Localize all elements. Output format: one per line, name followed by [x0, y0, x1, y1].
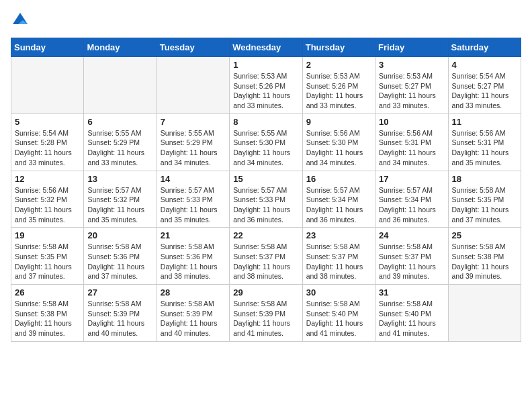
day-info: Sunrise: 5:58 AM Sunset: 5:37 PM Dayligh… [233, 242, 298, 281]
week-row-5: 26Sunrise: 5:58 AM Sunset: 5:38 PM Dayli… [11, 285, 521, 342]
day-number: 3 [379, 60, 444, 70]
day-info: Sunrise: 5:57 AM Sunset: 5:34 PM Dayligh… [379, 185, 444, 225]
day-number: 30 [306, 287, 371, 298]
calendar-cell [448, 285, 521, 342]
day-info: Sunrise: 5:53 AM Sunset: 5:27 PM Dayligh… [379, 71, 444, 111]
day-info: Sunrise: 5:58 AM Sunset: 5:39 PM Dayligh… [87, 299, 152, 338]
calendar-cell [157, 57, 229, 114]
page-header [11, 11, 521, 30]
day-info: Sunrise: 5:58 AM Sunset: 5:36 PM Dayligh… [87, 242, 152, 281]
calendar-cell: 19Sunrise: 5:58 AM Sunset: 5:35 PM Dayli… [11, 228, 84, 285]
day-number: 10 [379, 117, 444, 127]
calendar-cell: 1Sunrise: 5:53 AM Sunset: 5:26 PM Daylig… [230, 57, 302, 114]
day-info: Sunrise: 5:58 AM Sunset: 5:38 PM Dayligh… [15, 299, 80, 338]
calendar-cell: 27Sunrise: 5:58 AM Sunset: 5:39 PM Dayli… [84, 285, 157, 342]
calendar-cell: 24Sunrise: 5:58 AM Sunset: 5:37 PM Dayli… [375, 228, 448, 285]
day-number: 16 [306, 174, 371, 184]
day-info: Sunrise: 5:55 AM Sunset: 5:29 PM Dayligh… [161, 128, 226, 168]
day-info: Sunrise: 5:56 AM Sunset: 5:30 PM Dayligh… [306, 128, 371, 168]
calendar-cell: 23Sunrise: 5:58 AM Sunset: 5:37 PM Dayli… [302, 228, 375, 285]
calendar-cell: 16Sunrise: 5:57 AM Sunset: 5:34 PM Dayli… [302, 171, 375, 228]
day-number: 23 [306, 230, 371, 240]
day-number: 17 [379, 174, 444, 184]
calendar-cell: 20Sunrise: 5:58 AM Sunset: 5:36 PM Dayli… [84, 228, 157, 285]
calendar-cell: 22Sunrise: 5:58 AM Sunset: 5:37 PM Dayli… [230, 228, 302, 285]
week-row-1: 1Sunrise: 5:53 AM Sunset: 5:26 PM Daylig… [11, 57, 521, 114]
calendar-cell: 9Sunrise: 5:56 AM Sunset: 5:30 PM Daylig… [302, 113, 375, 171]
calendar-cell: 14Sunrise: 5:57 AM Sunset: 5:33 PM Dayli… [157, 171, 229, 228]
calendar-cell: 12Sunrise: 5:56 AM Sunset: 5:32 PM Dayli… [11, 171, 84, 228]
day-number: 29 [233, 287, 298, 298]
calendar: SundayMondayTuesdayWednesdayThursdayFrid… [11, 38, 521, 342]
day-number: 2 [306, 60, 371, 70]
day-info: Sunrise: 5:57 AM Sunset: 5:33 PM Dayligh… [161, 185, 226, 225]
calendar-cell: 17Sunrise: 5:57 AM Sunset: 5:34 PM Dayli… [375, 171, 448, 228]
weekday-header-friday: Friday [375, 38, 448, 57]
day-info: Sunrise: 5:56 AM Sunset: 5:31 PM Dayligh… [452, 128, 517, 168]
calendar-cell: 21Sunrise: 5:58 AM Sunset: 5:36 PM Dayli… [157, 228, 229, 285]
day-info: Sunrise: 5:58 AM Sunset: 5:36 PM Dayligh… [161, 242, 226, 281]
day-number: 28 [161, 287, 226, 298]
day-number: 22 [233, 230, 298, 240]
calendar-cell: 4Sunrise: 5:54 AM Sunset: 5:27 PM Daylig… [448, 57, 521, 114]
day-info: Sunrise: 5:58 AM Sunset: 5:40 PM Dayligh… [379, 299, 444, 338]
day-number: 6 [87, 117, 152, 127]
day-number: 13 [87, 174, 152, 184]
calendar-cell: 18Sunrise: 5:58 AM Sunset: 5:35 PM Dayli… [448, 171, 521, 228]
weekday-header-sunday: Sunday [11, 38, 84, 57]
day-number: 8 [233, 117, 298, 127]
day-number: 5 [15, 117, 80, 127]
day-info: Sunrise: 5:58 AM Sunset: 5:38 PM Dayligh… [452, 242, 517, 281]
calendar-cell: 10Sunrise: 5:56 AM Sunset: 5:31 PM Dayli… [375, 113, 448, 171]
weekday-header-thursday: Thursday [302, 38, 375, 57]
day-info: Sunrise: 5:55 AM Sunset: 5:30 PM Dayligh… [233, 128, 298, 168]
day-info: Sunrise: 5:58 AM Sunset: 5:39 PM Dayligh… [161, 299, 226, 338]
day-info: Sunrise: 5:53 AM Sunset: 5:26 PM Dayligh… [233, 71, 298, 111]
calendar-cell: 8Sunrise: 5:55 AM Sunset: 5:30 PM Daylig… [230, 113, 302, 171]
day-info: Sunrise: 5:57 AM Sunset: 5:32 PM Dayligh… [87, 185, 152, 225]
weekday-header-tuesday: Tuesday [157, 38, 229, 57]
calendar-cell: 25Sunrise: 5:58 AM Sunset: 5:38 PM Dayli… [448, 228, 521, 285]
calendar-cell: 31Sunrise: 5:58 AM Sunset: 5:40 PM Dayli… [375, 285, 448, 342]
day-info: Sunrise: 5:58 AM Sunset: 5:40 PM Dayligh… [306, 299, 371, 338]
day-number: 4 [452, 60, 517, 70]
day-number: 11 [452, 117, 517, 127]
day-number: 24 [379, 230, 444, 240]
day-number: 7 [161, 117, 226, 127]
day-number: 1 [233, 60, 298, 70]
weekday-header-wednesday: Wednesday [230, 38, 302, 57]
calendar-cell: 3Sunrise: 5:53 AM Sunset: 5:27 PM Daylig… [375, 57, 448, 114]
calendar-cell: 5Sunrise: 5:54 AM Sunset: 5:28 PM Daylig… [11, 113, 84, 171]
calendar-cell [11, 57, 84, 114]
day-number: 9 [306, 117, 371, 127]
weekday-header-row: SundayMondayTuesdayWednesdayThursdayFrid… [11, 38, 521, 57]
day-number: 14 [161, 174, 226, 184]
calendar-cell: 15Sunrise: 5:57 AM Sunset: 5:33 PM Dayli… [230, 171, 302, 228]
day-info: Sunrise: 5:53 AM Sunset: 5:26 PM Dayligh… [306, 71, 371, 111]
day-number: 26 [15, 287, 80, 298]
calendar-cell [84, 57, 157, 114]
day-number: 20 [87, 230, 152, 240]
week-row-2: 5Sunrise: 5:54 AM Sunset: 5:28 PM Daylig… [11, 113, 521, 171]
day-number: 21 [161, 230, 226, 240]
calendar-cell: 29Sunrise: 5:58 AM Sunset: 5:39 PM Dayli… [230, 285, 302, 342]
calendar-cell: 26Sunrise: 5:58 AM Sunset: 5:38 PM Dayli… [11, 285, 84, 342]
logo-icon [11, 11, 30, 30]
day-info: Sunrise: 5:54 AM Sunset: 5:28 PM Dayligh… [15, 128, 80, 168]
day-number: 15 [233, 174, 298, 184]
day-info: Sunrise: 5:58 AM Sunset: 5:35 PM Dayligh… [15, 242, 80, 281]
day-number: 31 [379, 287, 444, 298]
day-info: Sunrise: 5:55 AM Sunset: 5:29 PM Dayligh… [87, 128, 152, 168]
calendar-cell: 11Sunrise: 5:56 AM Sunset: 5:31 PM Dayli… [448, 113, 521, 171]
day-info: Sunrise: 5:56 AM Sunset: 5:32 PM Dayligh… [15, 185, 80, 225]
day-number: 19 [15, 230, 80, 240]
day-info: Sunrise: 5:58 AM Sunset: 5:39 PM Dayligh… [233, 299, 298, 338]
logo [11, 11, 31, 30]
weekday-header-saturday: Saturday [448, 38, 521, 57]
calendar-cell: 2Sunrise: 5:53 AM Sunset: 5:26 PM Daylig… [302, 57, 375, 114]
calendar-cell: 13Sunrise: 5:57 AM Sunset: 5:32 PM Dayli… [84, 171, 157, 228]
day-info: Sunrise: 5:56 AM Sunset: 5:31 PM Dayligh… [379, 128, 444, 168]
calendar-cell: 30Sunrise: 5:58 AM Sunset: 5:40 PM Dayli… [302, 285, 375, 342]
day-number: 27 [87, 287, 152, 298]
calendar-cell: 7Sunrise: 5:55 AM Sunset: 5:29 PM Daylig… [157, 113, 229, 171]
